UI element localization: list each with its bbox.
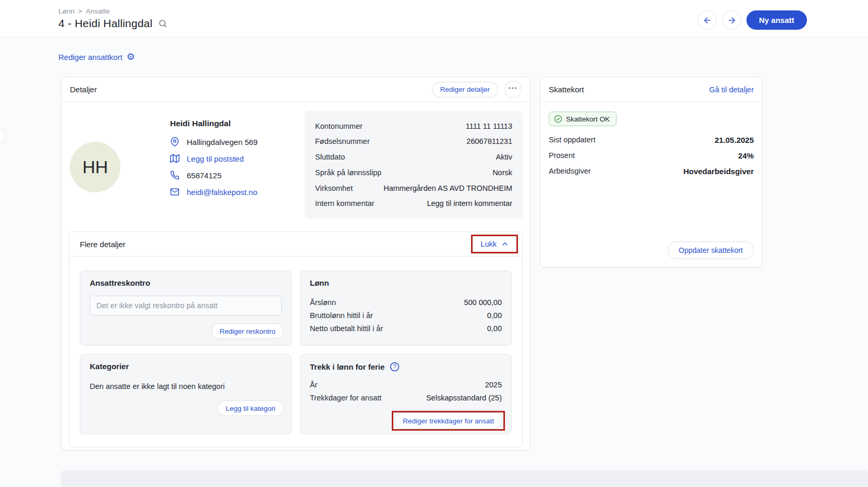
phone-icon [170, 171, 179, 180]
more-details-card: Flere detaljer Lukk Ansattreskontro Redi… [69, 232, 523, 447]
employee-detail-page: Lønn > Ansatte 4 - Heidi Hallingdal Ny a… [0, 0, 868, 487]
chevron-up-icon [501, 240, 509, 248]
status-badge-label: Skattekort OK [566, 115, 610, 123]
vacation-row-trekkdager: Trekkdager for ansatt Selskapsstandard (… [310, 393, 502, 403]
employee-name: Heidi Hallingdal [170, 119, 231, 128]
info-row-virksomhet: Virksomhet Hammergården AS AVD TRONDHEIM [315, 184, 512, 192]
arrow-left-icon [703, 16, 712, 25]
info-label: Intern kommentar [315, 199, 375, 208]
tax-card-body: Skattekort OK Sist oppdatert 21.05.2025 … [540, 102, 762, 267]
add-postal-link[interactable]: Legg til poststed [187, 154, 244, 163]
tax-card-header: Skattekort Gå til detaljer [540, 77, 762, 102]
vacation-label: År [310, 381, 318, 389]
add-internal-comment-link[interactable]: Legg til intern kommentar [427, 199, 512, 208]
vacation-deduction-card: Trekk i lønn for ferie ? År 2025 Trekkda… [300, 354, 512, 434]
next-section-edge [61, 470, 868, 487]
tax-row-sist-oppdatert: Sist oppdatert 21.05.2025 [549, 135, 754, 145]
info-label: Virksomhet [315, 184, 353, 192]
breadcrumb-item-ansatte[interactable]: Ansatte [86, 7, 110, 15]
svg-text:?: ? [393, 364, 396, 370]
details-card-title: Detaljer [70, 85, 97, 94]
tax-card: Skattekort Gå til detaljer Skattekort OK… [540, 77, 763, 267]
tax-value: 24% [738, 151, 754, 160]
more-details-header: Flere detaljer Lukk [69, 232, 522, 257]
tax-row-arbeidsgiver: Arbeidsgiver Hovedarbeidsgiver [549, 166, 754, 176]
salary-value: 0,00 [487, 311, 502, 320]
collapse-button[interactable]: Lukk [473, 236, 516, 252]
tax-label: Sist oppdatert [549, 136, 595, 144]
tax-details-link[interactable]: Gå til detaljer [709, 86, 754, 94]
vacation-value: Selskapsstandard (25) [426, 394, 502, 402]
info-row-fodselsnummer: Fødselsnummer 26067811231 [315, 137, 512, 145]
info-label: Språk på lønnsslipp [315, 168, 381, 177]
vacation-title: Trekk i lønn for ferie [310, 362, 384, 371]
salary-label: Netto utbetalt hittil i år [310, 324, 383, 333]
breadcrumb-item-lonn[interactable]: Lønn [58, 7, 75, 15]
address-text: Hallingdalvegen 569 [187, 138, 258, 147]
ellipsis-icon: ··· [509, 83, 518, 92]
help-question-icon[interactable]: ? [390, 362, 400, 372]
info-row-sprak: Språk på lønnsslipp Norsk [315, 168, 512, 177]
info-row-kontonummer: Kontonummer 1111 11 11113 [315, 122, 512, 130]
breadcrumb-separator: > [78, 7, 82, 15]
map-icon [170, 154, 179, 163]
next-employee-button[interactable] [722, 10, 741, 30]
employee-ledger-card: Ansattreskontro Rediger reskontro [80, 271, 292, 346]
phone-row: 65874125 [170, 169, 222, 181]
vacation-row-ar: År 2025 [310, 380, 502, 389]
categories-card: Kategorier Den ansatte er ikke lagt til … [80, 354, 292, 434]
address-row: Hallingdalvegen 569 [170, 136, 258, 148]
salary-rows: Årslønn 500 000,00 Bruttolønn hittil i å… [310, 297, 502, 333]
update-tax-card-button[interactable]: Oppdater skattekort [668, 241, 754, 259]
email-row: heidi@falskepost.no [170, 186, 257, 198]
new-employee-button[interactable]: Ny ansatt [746, 10, 807, 30]
tax-card-title: Skattekort [549, 85, 584, 94]
vacation-label: Trekkdager for ansatt [310, 394, 381, 402]
categories-title: Kategorier [90, 362, 282, 371]
breadcrumb: Lønn > Ansatte [58, 7, 110, 15]
more-options-button[interactable]: ··· [504, 81, 522, 98]
arrow-right-icon [727, 16, 737, 25]
tax-value: 21.05.2025 [715, 136, 754, 144]
edit-employee-card-link[interactable]: Rediger ansattkort ⚙ [58, 52, 135, 62]
info-row-sluttdato: Sluttdato Aktiv [315, 153, 512, 161]
prev-employee-button[interactable] [697, 10, 717, 30]
sidebar-handle[interactable] [0, 129, 5, 143]
check-circle-icon [554, 115, 562, 123]
annotation-box-edit-deduction-days: Rediger trekkdager for ansatt [392, 411, 505, 431]
salary-row-arslonn: Årslønn 500 000,00 [310, 297, 502, 307]
add-category-button[interactable]: Legg til kategori [218, 400, 284, 416]
envelope-icon [170, 187, 179, 197]
info-value: 26067811231 [466, 137, 512, 145]
salary-label: Årslønn [310, 298, 336, 307]
salary-card: Lønn Årslønn 500 000,00 Bruttolønn hitti… [300, 271, 512, 346]
salary-title: Lønn [310, 278, 502, 287]
vacation-rows: År 2025 Trekkdager for ansatt Selskapsst… [310, 380, 502, 403]
annotation-box-lukk: Lukk [471, 235, 518, 253]
edit-deduction-days-button[interactable]: Rediger trekkdager for ansatt [394, 413, 502, 429]
page-title: 4 - Heidi Hallingdal [58, 17, 152, 30]
details-card-header: Detaljer Rediger detaljer ··· [62, 77, 530, 102]
gear-icon: ⚙ [127, 52, 135, 62]
salary-label: Bruttolønn hittil i år [310, 311, 373, 320]
email-link[interactable]: heidi@falskepost.no [187, 188, 257, 197]
avatar: HH [70, 142, 120, 192]
more-details-title: Flere detaljer [80, 240, 126, 249]
status-badge: Skattekort OK [549, 112, 617, 126]
tax-value: Hovedarbeidsgiver [683, 167, 754, 176]
salary-row-netto: Netto utbetalt hittil i år 0,00 [310, 323, 502, 333]
search-icon[interactable] [158, 19, 167, 28]
info-value: Norsk [492, 168, 512, 177]
edit-details-button[interactable]: Rediger detaljer [432, 82, 498, 98]
edit-ledger-button[interactable]: Rediger reskontro [211, 323, 284, 339]
collapse-button-label: Lukk [480, 240, 497, 248]
tax-label: Prosent [549, 151, 575, 160]
info-row-intern-kommentar: Intern kommentar Legg til intern komment… [315, 199, 512, 208]
info-label: Kontonummer [315, 122, 363, 130]
info-value: 1111 11 11113 [466, 122, 512, 130]
reskontro-input[interactable] [90, 296, 282, 315]
details-card: Detaljer Rediger detaljer ··· HH Heidi H… [61, 77, 531, 451]
phone-text: 65874125 [187, 171, 222, 180]
tax-row-prosent: Prosent 24% [549, 150, 754, 161]
vacation-value: 2025 [485, 381, 502, 389]
